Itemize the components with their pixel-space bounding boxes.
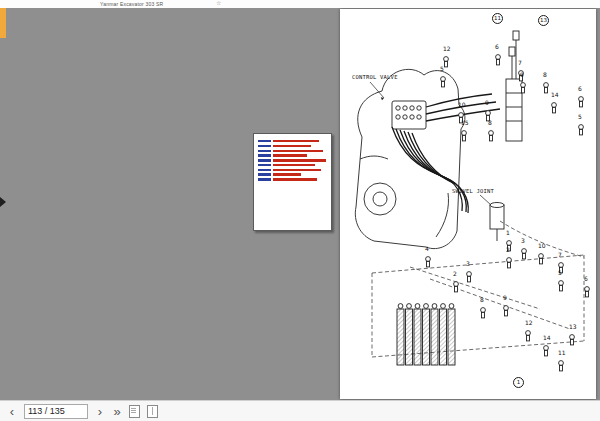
fitting-icon — [454, 282, 459, 292]
fitting-icon — [467, 272, 472, 282]
callout-number-6: 6 — [584, 275, 588, 282]
callout-number-6: 6 — [578, 85, 582, 92]
swivel-joint-label: SWIVEL JOINT — [452, 188, 495, 194]
callout-number-1: 1 — [513, 377, 524, 388]
control-valve-part — [392, 101, 426, 129]
callout-number-1: 1 — [506, 229, 510, 236]
fitting-icon — [504, 306, 509, 316]
callout-number-13: 13 — [569, 323, 577, 330]
legend-text-segment — [258, 150, 271, 152]
callout-number-14: 14 — [551, 91, 559, 98]
callout-number-7: 7 — [558, 251, 562, 258]
fitting-icon — [522, 249, 527, 259]
excavator-body-outline — [355, 69, 465, 248]
parts-diagram: CONTROL VALVE SWIVEL JOINT — [340, 9, 596, 399]
fitting-icon — [441, 77, 446, 87]
callout-number-5: 5 — [558, 269, 562, 276]
star-icon[interactable]: ☆ — [216, 0, 221, 7]
legend-line — [258, 150, 327, 152]
parts-legend-box[interactable] — [253, 133, 332, 231]
valve-stack — [506, 31, 522, 141]
legend-line — [258, 145, 327, 147]
legend-line — [258, 154, 327, 156]
callout-number-3: 3 — [521, 237, 525, 244]
fitting-icon — [544, 346, 549, 356]
callout-number-6: 6 — [495, 43, 499, 50]
legend-line — [258, 140, 327, 142]
legend-text-segment — [273, 173, 301, 175]
control-valve-label: CONTROL VALVE — [352, 74, 398, 80]
callout-number-4: 4 — [425, 245, 429, 252]
last-page-button[interactable]: » — [112, 405, 122, 418]
page-number-input[interactable] — [24, 404, 88, 419]
legend-text-segment — [273, 159, 326, 161]
page-scroll-view-icon[interactable] — [129, 405, 140, 418]
legend-lines — [258, 140, 327, 181]
fitting-icon — [570, 335, 575, 345]
callout-number-8: 8 — [480, 296, 484, 303]
facing-pages-view-icon[interactable] — [147, 405, 158, 418]
callout-number-3: 3 — [466, 260, 470, 267]
callout-number-2: 2 — [453, 270, 457, 277]
callout-number-10: 10 — [538, 242, 546, 249]
callout-number-12: 12 — [525, 319, 533, 326]
diagram-labels: CONTROL VALVE SWIVEL JOINT — [352, 74, 495, 205]
legend-text-segment — [273, 154, 307, 156]
legend-text-segment — [273, 140, 319, 142]
bookmark-highlight-strip — [0, 8, 6, 38]
fitting-icon — [526, 331, 531, 341]
callout-number-5: 5 — [578, 113, 582, 120]
legend-text-segment — [273, 145, 311, 147]
sidebar-expand-arrow-icon[interactable] — [0, 197, 6, 207]
legend-text-segment — [258, 173, 271, 175]
callout-number-10: 10 — [458, 101, 466, 108]
legend-text-segment — [258, 164, 271, 166]
callout-number-5: 5 — [440, 65, 444, 72]
next-page-button[interactable]: › — [95, 405, 105, 418]
fitting-icon — [539, 254, 544, 264]
fitting-icon — [496, 55, 501, 65]
callout-number-9: 9 — [503, 294, 507, 301]
callout-number-11: 11 — [558, 349, 566, 356]
callout-number-9: 9 — [520, 71, 524, 78]
callout-number-15: 15 — [461, 119, 469, 126]
fitting-icon — [507, 258, 512, 268]
legend-line — [258, 169, 327, 171]
legend-text-segment — [273, 150, 323, 152]
legend-text-segment — [273, 169, 321, 171]
legend-text-segment — [273, 164, 315, 166]
fitting-icon — [559, 281, 564, 291]
manifold-block — [397, 304, 455, 365]
fitting-icon — [444, 57, 449, 67]
callout-number-8: 8 — [488, 119, 492, 126]
hose-bundle — [392, 94, 500, 213]
fitting-icon — [544, 83, 549, 93]
callout-number-13: 13 — [538, 15, 549, 26]
legend-line — [258, 178, 327, 180]
legend-line — [258, 159, 327, 161]
callout-number-2: 2 — [506, 246, 510, 253]
legend-text-segment — [258, 140, 271, 142]
viewer-canvas[interactable]: CONTROL VALVE SWIVEL JOINT 1113126579814… — [0, 8, 600, 400]
legend-text-segment — [273, 178, 317, 180]
fitting-icon — [579, 97, 584, 107]
previous-page-button[interactable]: ‹ — [7, 405, 17, 418]
fitting-icon — [489, 131, 494, 141]
legend-text-segment — [258, 159, 271, 161]
fitting-icon — [481, 308, 486, 318]
window-title-bar: Yanmar Excavator 303 SR ☆ — [0, 0, 600, 8]
legend-text-segment — [258, 178, 271, 180]
legend-line — [258, 164, 327, 166]
callout-number-12: 12 — [443, 45, 451, 52]
legend-line — [258, 173, 327, 175]
callout-number-11: 11 — [492, 13, 503, 24]
pdf-nav-toolbar: ‹ › » — [0, 400, 600, 421]
legend-text-segment — [258, 169, 271, 171]
fitting-icon — [585, 287, 590, 297]
callout-number-7: 7 — [518, 59, 522, 66]
callout-number-9: 9 — [485, 99, 489, 106]
callout-number-8: 8 — [543, 71, 547, 78]
fitting-icon — [552, 103, 557, 113]
legend-text-segment — [258, 145, 271, 147]
legend-text-segment — [258, 154, 271, 156]
